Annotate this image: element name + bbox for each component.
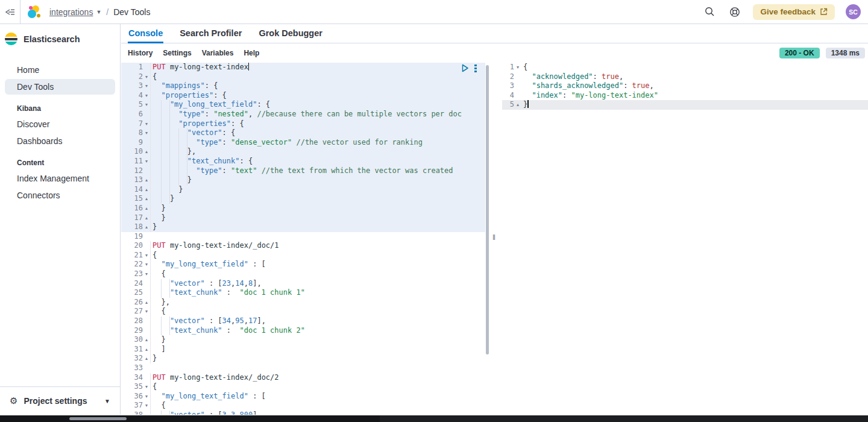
code-line[interactable]: 1▾{ — [502, 63, 868, 72]
editor-scrollbar[interactable] — [486, 65, 489, 354]
code-line[interactable]: 31▴] — [121, 345, 490, 354]
code-line[interactable]: 18▴} — [121, 222, 485, 232]
fold-toggle-icon[interactable]: ▾ — [143, 128, 150, 138]
fold-toggle-icon[interactable]: ▾ — [143, 392, 150, 402]
fold-toggle-icon[interactable]: ▾ — [143, 269, 150, 279]
response-viewer[interactable]: 1▾{2"acknowledged": true,3"shards_acknow… — [502, 63, 868, 415]
fold-toggle-icon[interactable]: ▴ — [143, 194, 150, 204]
resize-handle-icon[interactable]: ‖ — [492, 233, 495, 242]
fold-toggle-icon[interactable]: ▴ — [514, 100, 521, 110]
code-line[interactable]: 30▴} — [121, 335, 490, 345]
code-line[interactable]: 4"index": "my-long-text-index" — [502, 91, 868, 101]
sidebar-item-home[interactable]: Home — [5, 62, 115, 78]
search-icon[interactable] — [702, 5, 717, 19]
code-line[interactable]: 29"text_chunk" : "doc 1 chunk 2" — [121, 326, 490, 336]
code-line[interactable]: 3▾"mappings": { — [121, 81, 485, 91]
code-line[interactable]: 34PUT my-long-text-index/_doc/2 — [121, 373, 490, 383]
request-editor[interactable]: 1PUT my-long-text-index2▾{3▾"mappings": … — [121, 63, 490, 415]
fold-toggle-icon[interactable]: ▴ — [143, 204, 150, 213]
fold-toggle-icon[interactable]: ▾ — [143, 119, 150, 129]
tab-grok-debugger[interactable]: Grok Debugger — [258, 25, 323, 43]
fold-toggle-icon[interactable]: ▾ — [143, 100, 150, 110]
code-line[interactable]: 2"acknowledged": true, — [502, 72, 868, 82]
code-line[interactable]: 13▴} — [121, 175, 485, 185]
send-request-button[interactable] — [461, 64, 469, 72]
sidebar-item-discover[interactable]: Discover — [5, 116, 115, 132]
code-line[interactable]: 38"vector" : [3,3,800] — [121, 411, 490, 415]
fold-toggle-icon[interactable]: ▴ — [143, 185, 150, 195]
fold-toggle-icon[interactable]: ▴ — [143, 345, 150, 354]
console-menu-history[interactable]: History — [128, 49, 153, 57]
code-line[interactable]: 35▾{ — [121, 382, 490, 392]
code-line[interactable]: 1PUT my-long-text-index — [121, 63, 485, 72]
fold-toggle-icon[interactable]: ▾ — [143, 81, 150, 91]
code-line[interactable]: 22▾"my_long_text_field" : [ — [121, 260, 490, 269]
code-line[interactable]: 10▴}, — [121, 147, 485, 157]
elastic-logo-icon[interactable] — [28, 5, 41, 19]
menu-left-icon — [5, 8, 15, 16]
fold-toggle-icon[interactable]: ▴ — [143, 335, 150, 345]
console-menu-help[interactable]: Help — [244, 49, 259, 57]
code-line[interactable]: 5▾"my_long_text_field": { — [121, 100, 485, 110]
tab-search-profiler[interactable]: Search Profiler — [179, 25, 242, 43]
code-line[interactable]: 7▾"properties": { — [121, 119, 485, 129]
code-line[interactable]: 14▴} — [121, 185, 485, 195]
collapse-nav-icon[interactable] — [0, 0, 20, 24]
fold-toggle-icon[interactable]: ▴ — [143, 147, 150, 157]
code-text: } — [150, 213, 166, 223]
fold-toggle-icon[interactable]: ▾ — [143, 72, 150, 82]
request-options-button[interactable] — [474, 65, 477, 72]
give-feedback-button[interactable]: Give feedback — [753, 4, 835, 20]
code-line[interactable]: 8▾"vector": { — [121, 128, 485, 138]
code-line[interactable]: 17▴} — [121, 213, 485, 223]
code-line[interactable]: 5▴} — [502, 100, 868, 110]
console-menu-settings[interactable]: Settings — [163, 49, 191, 57]
code-line[interactable]: 21▾{ — [121, 251, 490, 260]
code-line[interactable]: 36▾"my_long_text_field" : [ — [121, 392, 490, 402]
code-line[interactable]: 19 — [121, 232, 490, 242]
code-line[interactable]: 15▴} — [121, 194, 485, 204]
sidebar-item-index-management[interactable]: Index Management — [5, 171, 115, 186]
breadcrumb-root[interactable]: integrations — [49, 7, 93, 17]
fold-toggle-icon[interactable]: ▾ — [143, 251, 150, 260]
code-line[interactable]: 37▾{ — [121, 401, 490, 411]
sidebar-item-connectors[interactable]: Connectors — [5, 187, 115, 203]
fold-toggle-icon[interactable]: ▾ — [143, 307, 150, 316]
fold-toggle-icon[interactable]: ▴ — [143, 175, 150, 185]
project-settings-button[interactable]: ⚙ Project settings ▼ — [5, 392, 115, 410]
code-line[interactable]: 24"vector" : [23,14,8], — [121, 279, 490, 289]
fold-toggle-icon[interactable]: ▾ — [143, 382, 150, 392]
avatar[interactable]: SC — [846, 4, 861, 19]
code-line[interactable]: 4▾"properties": { — [121, 91, 485, 101]
code-line[interactable]: 33 — [121, 364, 490, 373]
code-line[interactable]: 6"type": "nested", //because there can b… — [121, 110, 485, 119]
code-line[interactable]: 16▴} — [121, 204, 485, 213]
code-line[interactable]: 9"type": "dense_vector" //the vector use… — [121, 138, 485, 148]
code-line[interactable]: 20PUT my-long-text-index/_doc/1 — [121, 241, 490, 251]
fold-toggle-icon[interactable]: ▾ — [514, 63, 521, 72]
help-icon[interactable] — [728, 5, 742, 19]
fold-toggle-icon[interactable]: ▴ — [143, 222, 150, 232]
code-line[interactable]: 11▾"text_chunk": { — [121, 157, 485, 166]
code-line[interactable]: 26▴}, — [121, 298, 490, 307]
fold-toggle-icon[interactable]: ▾ — [143, 260, 150, 269]
sidebar-item-dev-tools[interactable]: Dev Tools — [5, 79, 115, 95]
code-line[interactable]: 2▾{ — [121, 72, 485, 82]
code-line[interactable]: 28"vector" : [34,95,17], — [121, 316, 490, 326]
fold-toggle-icon[interactable]: ▾ — [143, 401, 150, 411]
code-text: "mappings": { — [150, 81, 218, 91]
tab-console[interactable]: Console — [128, 25, 163, 43]
console-menu-variables[interactable]: Variables — [202, 49, 234, 57]
code-line[interactable]: 32▴} — [121, 354, 490, 364]
fold-toggle-icon[interactable]: ▾ — [143, 91, 150, 101]
fold-toggle-icon[interactable]: ▴ — [143, 213, 150, 223]
code-line[interactable]: 27▾{ — [121, 307, 490, 316]
code-line[interactable]: 25"text_chunk" : "doc 1 chunk 1" — [121, 288, 490, 298]
code-line[interactable]: 3"shards_acknowledged": true, — [502, 81, 868, 91]
fold-toggle-icon[interactable]: ▾ — [143, 157, 150, 166]
fold-toggle-icon[interactable]: ▴ — [143, 298, 150, 307]
sidebar-item-dashboards[interactable]: Dashboards — [5, 133, 115, 149]
code-line[interactable]: 12"type": "text" //the text from which t… — [121, 166, 485, 176]
fold-toggle-icon[interactable]: ▴ — [143, 354, 150, 364]
code-line[interactable]: 23▾{ — [121, 269, 490, 279]
